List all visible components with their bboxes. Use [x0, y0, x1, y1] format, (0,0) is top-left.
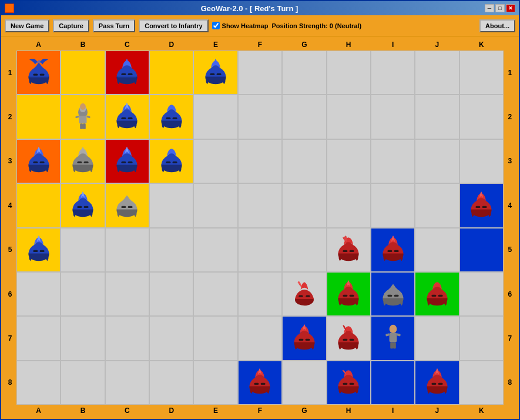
cell-6-g[interactable] [282, 272, 326, 316]
cell-8-a[interactable] [16, 361, 61, 405]
cell-5-i[interactable] [371, 228, 415, 272]
cell-1-f[interactable] [238, 51, 282, 95]
cell-4-j[interactable] [415, 183, 459, 227]
cell-6-k[interactable] [459, 272, 504, 316]
cell-8-h[interactable] [327, 361, 371, 405]
cell-6-e[interactable] [193, 272, 237, 316]
capture-button[interactable]: Capture [53, 19, 89, 32]
pass-turn-button[interactable]: Pass Turn [93, 19, 135, 32]
cell-5-d[interactable] [149, 228, 193, 272]
cell-8-f[interactable] [238, 361, 282, 405]
cell-8-d[interactable] [149, 361, 193, 405]
maximize-button[interactable]: □ [495, 4, 505, 12]
cell-1-j[interactable] [415, 51, 459, 95]
cell-7-a[interactable] [16, 316, 61, 360]
cell-3-c[interactable] [105, 139, 149, 183]
cell-7-d[interactable] [149, 316, 193, 360]
cell-7-h[interactable] [327, 316, 371, 360]
cell-8-g[interactable] [282, 361, 326, 405]
cell-5-c[interactable] [105, 228, 149, 272]
cell-2-e[interactable] [193, 95, 237, 139]
cell-7-f[interactable] [238, 316, 282, 360]
cell-6-f[interactable] [238, 272, 282, 316]
cell-3-h[interactable] [327, 139, 371, 183]
cell-3-a[interactable] [16, 139, 61, 183]
cell-4-i[interactable] [371, 183, 415, 227]
cell-5-g[interactable] [282, 228, 326, 272]
cell-1-g[interactable] [282, 51, 326, 95]
grid-area: A B C D E F G H I J K 1 [1, 36, 519, 419]
cell-3-i[interactable] [371, 139, 415, 183]
cell-3-e[interactable] [193, 139, 237, 183]
cell-7-b[interactable] [61, 316, 105, 360]
cell-6-i[interactable] [371, 272, 415, 316]
cell-2-f[interactable] [238, 95, 282, 139]
convert-infantry-button[interactable]: Convert to Infantry [139, 19, 208, 32]
cell-8-i[interactable] [371, 361, 415, 405]
cell-4-b[interactable] [61, 183, 105, 227]
cell-6-j[interactable] [415, 272, 459, 316]
cell-6-c[interactable] [105, 272, 149, 316]
cell-2-k[interactable] [459, 95, 504, 139]
cell-4-c[interactable] [105, 183, 149, 227]
cell-5-a[interactable] [16, 228, 61, 272]
cell-6-a[interactable] [16, 272, 61, 316]
cell-4-e[interactable] [193, 183, 237, 227]
cell-8-j[interactable] [415, 361, 459, 405]
cell-1-h[interactable] [327, 51, 371, 95]
cell-3-k[interactable] [459, 139, 504, 183]
cell-4-d[interactable] [149, 183, 193, 227]
cell-1-k[interactable] [459, 51, 504, 95]
cell-1-a[interactable] [16, 51, 61, 95]
cell-8-k[interactable] [459, 361, 504, 405]
cell-7-j[interactable] [415, 316, 459, 360]
cell-7-c[interactable] [105, 316, 149, 360]
cell-4-g[interactable] [282, 183, 326, 227]
cell-6-d[interactable] [149, 272, 193, 316]
cell-5-h[interactable] [327, 228, 371, 272]
cell-7-k[interactable] [459, 316, 504, 360]
cell-1-b[interactable] [61, 51, 105, 95]
cell-8-c[interactable] [105, 361, 149, 405]
cell-5-e[interactable] [193, 228, 237, 272]
cell-3-b[interactable] [61, 139, 105, 183]
cell-1-d[interactable] [149, 51, 193, 95]
cell-2-g[interactable] [282, 95, 326, 139]
cell-2-a[interactable] [16, 95, 61, 139]
cell-1-e[interactable] [193, 51, 237, 95]
cell-2-h[interactable] [327, 95, 371, 139]
cell-4-f[interactable] [238, 183, 282, 227]
cell-5-j[interactable] [415, 228, 459, 272]
cell-8-e[interactable] [193, 361, 237, 405]
cell-6-h[interactable] [327, 272, 371, 316]
cell-7-e[interactable] [193, 316, 237, 360]
cell-3-f[interactable] [238, 139, 282, 183]
cell-3-j[interactable] [415, 139, 459, 183]
heatmap-checkbox[interactable] [212, 22, 220, 29]
svg-rect-39 [122, 206, 126, 208]
cell-2-d[interactable] [149, 95, 193, 139]
new-game-button[interactable]: New Game [5, 19, 49, 32]
cell-3-g[interactable] [282, 139, 326, 183]
cell-6-b[interactable] [61, 272, 105, 316]
cell-7-i[interactable] [371, 316, 415, 360]
cell-4-k[interactable] [459, 183, 504, 227]
cell-3-d[interactable] [149, 139, 193, 183]
cell-1-c[interactable] [105, 51, 149, 95]
about-button[interactable]: About... [479, 19, 515, 32]
svg-rect-15 [80, 123, 83, 129]
cell-2-c[interactable] [105, 95, 149, 139]
cell-2-b[interactable] [61, 95, 105, 139]
cell-5-b[interactable] [61, 228, 105, 272]
cell-8-b[interactable] [61, 361, 105, 405]
cell-4-a[interactable] [16, 183, 61, 227]
cell-7-g[interactable] [282, 316, 326, 360]
cell-2-i[interactable] [371, 95, 415, 139]
cell-2-j[interactable] [415, 95, 459, 139]
cell-5-f[interactable] [238, 228, 282, 272]
minimize-button[interactable]: ─ [485, 4, 494, 12]
cell-1-i[interactable] [371, 51, 415, 95]
cell-4-h[interactable] [327, 183, 371, 227]
close-button[interactable]: ✕ [506, 4, 515, 12]
cell-5-k[interactable] [459, 228, 504, 272]
